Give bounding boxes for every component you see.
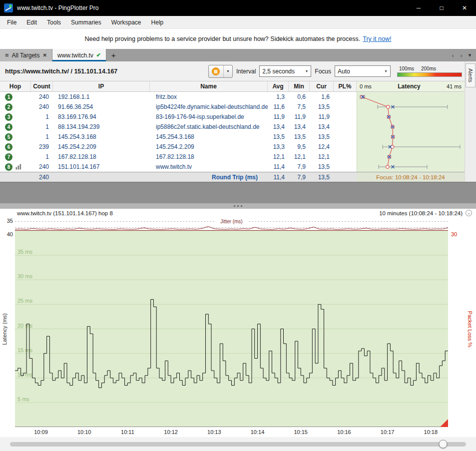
min-cell: 9,5 — [289, 142, 310, 152]
x-tick: 10:14 — [251, 429, 265, 435]
min-cell: 7,5 — [289, 102, 310, 112]
minimize-button[interactable]: ─ — [407, 0, 430, 16]
target-url: https://www.twitch.tv/ / 151.101.14.167 — [5, 68, 117, 75]
promo-link[interactable]: Try it now! — [363, 35, 391, 42]
hop-cell: 4 — [0, 122, 31, 132]
pause-button[interactable] — [209, 65, 224, 77]
svg-text:Jitter (ms): Jitter (ms) — [220, 219, 242, 224]
menu-workspace[interactable]: Workspace — [106, 16, 146, 28]
tab-bar: ≡ All Targets ✕ www.twitch.tv ✔ + ‹ › ▾ — [0, 49, 476, 61]
hamburger-icon[interactable]: ≡ — [5, 51, 9, 59]
chevron-glyph: ⌄ — [467, 211, 471, 215]
scrollbar-thumb[interactable] — [439, 440, 448, 449]
svg-text:30 ms: 30 ms — [17, 273, 32, 279]
alerts-tab[interactable]: Alerts — [466, 63, 476, 87]
maximize-button[interactable]: □ — [430, 0, 453, 16]
tab-all-targets[interactable]: ≡ All Targets ✕ — [0, 49, 52, 61]
hop-number-badge: 6 — [5, 143, 12, 151]
y-axis-label-left: Latency (ms) — [1, 313, 7, 345]
jitter-left-gutter: 35 — [0, 217, 15, 231]
name-cell: ip5886c2ef.static.kabel-deutschland.de — [150, 122, 268, 132]
hop-number-badge: 8 — [5, 163, 12, 171]
new-tab-button[interactable]: + — [106, 49, 120, 61]
count-cell: 240 — [31, 92, 53, 102]
pause-dropdown-button[interactable]: ▼ — [224, 65, 232, 77]
footer-cur: 13,5 — [310, 172, 334, 182]
hop-number-badge: 4 — [5, 123, 12, 131]
cur-cell: 1,6 — [310, 92, 334, 102]
avg-cell: 13,3 — [268, 142, 289, 152]
footer-hop-cell — [0, 172, 31, 182]
menu-edit[interactable]: Edit — [21, 16, 42, 28]
svg-text:35 ms: 35 ms — [17, 249, 32, 255]
collapse-chevron-icon[interactable]: ⌄ — [466, 210, 472, 216]
pl-cell — [334, 122, 357, 132]
latency-scale-header[interactable]: 0 ms Latency 41 ms — [357, 81, 465, 91]
col-name[interactable]: Name — [150, 81, 268, 91]
col-count[interactable]: Count — [31, 81, 53, 91]
col-pl[interactable]: PL% — [334, 81, 357, 91]
avg-cell: 1,3 — [268, 92, 289, 102]
pause-button-group: ▼ — [208, 65, 233, 78]
count-cell: 1 — [31, 132, 53, 142]
trace-row-hop-2[interactable]: 224091.66.36.254ip5b4224fe.dynamic.kabel… — [0, 102, 465, 112]
x-tick: 10:17 — [381, 429, 395, 435]
latency-scale-min: 0 ms — [360, 83, 372, 89]
window-title: www.twitch.tv - PingPlotter Pro — [17, 4, 98, 11]
tab-all-targets-label: All Targets — [12, 52, 40, 59]
trace-row-hop-5[interactable]: 51145.254.3.168145.254.3.16813,513,513,5 — [0, 132, 465, 142]
count-cell: 1 — [31, 112, 53, 122]
hop-number-badge: 1 — [5, 93, 12, 101]
interval-select[interactable]: 2,5 seconds ▼ — [259, 65, 311, 77]
latency-graph[interactable]: 35 ms30 ms25 ms20 ms15 ms10 ms5 ms — [15, 231, 448, 427]
splitter-handle[interactable] — [0, 203, 476, 209]
col-cur[interactable]: Cur — [310, 81, 334, 91]
pl-cell — [334, 132, 357, 142]
hop-cell: 5 — [0, 132, 31, 142]
cur-cell: 13,4 — [310, 122, 334, 132]
close-button[interactable]: ✕ — [453, 0, 476, 16]
plot-right-gutter: 30 Packet Loss % — [448, 231, 476, 427]
latency-cell — [357, 142, 465, 152]
splitter-area — [0, 182, 476, 203]
tab-close-icon[interactable]: ✕ — [42, 52, 46, 58]
hop-cell: 3 — [0, 112, 31, 122]
scrollbar-track[interactable] — [10, 442, 466, 447]
trace-row-hop-3[interactable]: 3183.169.176.9483-169-176-94-isp.superka… — [0, 112, 465, 122]
latency-cell — [357, 122, 465, 132]
hop-cell: 8 — [0, 162, 31, 172]
menu-tools[interactable]: Tools — [42, 16, 66, 28]
col-min[interactable]: Min — [289, 81, 310, 91]
cur-cell: 12,1 — [310, 152, 334, 162]
tab-scroll-left-icon[interactable]: ‹ — [449, 52, 457, 58]
round-trip-label: Round Trip (ms) — [150, 172, 268, 182]
pl-cell — [334, 152, 357, 162]
menu-help[interactable]: Help — [146, 16, 169, 28]
col-hop[interactable]: Hop — [0, 81, 31, 91]
menu-summaries[interactable]: Summaries — [66, 16, 106, 28]
menu-file[interactable]: File — [2, 16, 21, 28]
svg-text:15 ms: 15 ms — [17, 347, 32, 353]
tab-www-twitch-tv[interactable]: www.twitch.tv ✔ — [52, 49, 106, 61]
ip-cell: 83.169.176.94 — [53, 112, 150, 122]
titlebar: www.twitch.tv - PingPlotter Pro ─ □ ✕ — [0, 0, 476, 16]
col-ip[interactable]: IP — [53, 81, 150, 91]
trace-row-hop-8[interactable]: 8240151.101.14.167www.twitch.tv11,47,913… — [0, 162, 465, 172]
col-avg[interactable]: Avg — [268, 81, 289, 91]
x-tick: 10:16 — [337, 429, 351, 435]
focus-select[interactable]: Auto ▼ — [335, 65, 391, 77]
count-cell: 1 — [31, 122, 53, 132]
tab-scroll-right-icon[interactable]: › — [458, 52, 465, 58]
trace-row-hop-1[interactable]: 1240192.168.1.1fritz.box1,30,61,6 — [0, 92, 465, 102]
focus-label: Focus — [315, 68, 331, 75]
footer-ip-cell — [53, 172, 150, 182]
min-cell: 13,4 — [289, 122, 310, 132]
trace-row-hop-7[interactable]: 71167.82.128.18167.82.128.1812,112,112,1 — [0, 152, 465, 162]
plot-left-gutter: 40 Latency (ms) — [0, 231, 15, 427]
trace-row-hop-6[interactable]: 6239145.254.2.209145.254.2.20913,39,512,… — [0, 142, 465, 152]
tab-overflow-icon[interactable]: ▾ — [466, 52, 474, 58]
pl-cell — [334, 102, 357, 112]
jitter-strip: 35 Jitter (ms) — [0, 217, 476, 231]
x-tick: 10:15 — [294, 429, 308, 435]
trace-row-hop-4[interactable]: 4188.134.194.239ip5886c2ef.static.kabel-… — [0, 122, 465, 132]
